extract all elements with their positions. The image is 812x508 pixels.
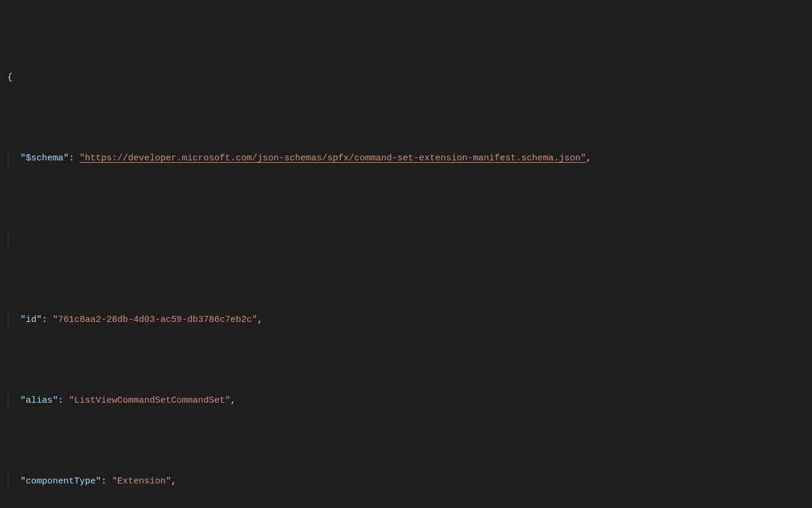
comma: , [171,476,177,486]
code-line-blank[interactable] [0,231,812,247]
code-line[interactable]: "id": "761c8aa2-28db-4d03-ac59-db3786c7e… [0,312,812,328]
colon: : [101,476,112,486]
json-key-id: "id" [20,315,42,325]
brace-open: { [7,72,13,83]
json-value-id: "761c8aa2-28db-4d03-ac59-db3786c7eb2c" [53,315,257,325]
code-line[interactable]: { [0,69,812,86]
comma: , [230,396,236,406]
json-value-componenttype: "Extension" [112,476,171,486]
code-line[interactable]: "alias": "ListViewCommandSetCommandSet", [0,393,812,409]
colon: : [69,153,80,163]
json-key-alias: "alias" [20,396,58,406]
colon: : [42,315,53,325]
code-line[interactable]: "$schema": "https://developer.microsoft.… [0,150,812,166]
json-value-schema[interactable]: "https://developer.microsoft.com/json-sc… [80,153,586,163]
code-editor[interactable]: { "$schema": "https://developer.microsof… [0,0,812,508]
comma: , [586,153,591,163]
json-key-schema: "$schema" [20,153,69,163]
colon: : [58,396,69,406]
json-key-componenttype: "componentType" [20,476,101,486]
comma: , [257,315,263,325]
code-line[interactable]: "componentType": "Extension", [0,473,812,489]
json-value-alias: "ListViewCommandSetCommandSet" [69,396,230,406]
